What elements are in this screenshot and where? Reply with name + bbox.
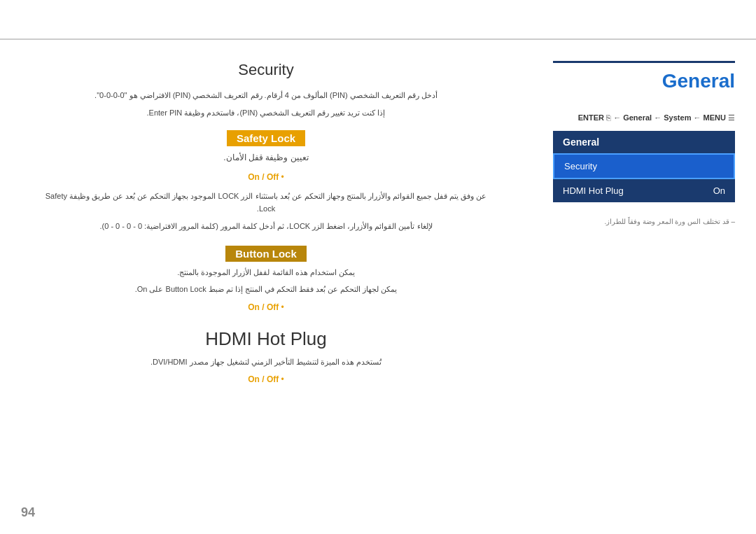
menu-item-hdmi[interactable]: HDMI Hot Plug On [553,179,735,202]
safety-lock-desc1: تعيين وظيفة قفل الأمان. [42,150,490,166]
security-desc1: أدخل رقم التعريف الشخصي (PIN) المألوف من… [42,89,490,102]
safety-lock-bullet: • [281,172,284,182]
hdmi-on-off: On / Off [248,374,279,384]
safety-lock-on-off: On / Off [248,172,279,182]
right-section-title: General [553,70,735,92]
button-lock-on-off-line: • On / Off [42,300,490,316]
safety-lock-on-off-line: • On / Off [42,170,490,185]
left-panel: Security أدخل رقم التعريف الشخصي (PIN) ا… [0,47,532,534]
note-text: – قد تختلف الس ورة المعر وضة وفقاً للطرا… [553,216,735,227]
button-lock-desc2: يمكن لجهاز التحكم عن بُعد فقط التحكم في … [42,283,490,296]
safety-lock-section: Safety Lock تعيين وظيفة قفل الأمان. • On… [42,130,490,232]
safety-lock-desc2: عن وفق يتم قفل جميع القوائم والأزرار بال… [42,190,490,216]
menu-item-security-label: Security [564,161,597,171]
button-lock-bullet: • [281,302,284,312]
hdmi-bullet: • [281,374,284,384]
enter-line: ENTER ⎘ ← General ← System ← MENU ☰ [553,113,735,122]
page-number: 94 [21,505,35,520]
safety-lock-heading: Safety Lock [227,130,305,146]
menu-item-hdmi-label: HDMI Hot Plug [563,185,624,196]
button-lock-section: Button Lock يمكن استخدام هذه القائمة لقف… [42,246,490,316]
hdmi-desc: تُستخدم هذه الميزة لتنشيط التأخير الزمني… [42,356,490,369]
menu-item-security[interactable]: Security [553,153,735,179]
right-panel-inner: General ENTER ⎘ ← General ← System ← MEN… [553,61,735,227]
hdmi-title: HDMI Hot Plug [42,328,490,350]
button-lock-desc1: يمكن استخدام هذه القائمة لقفل الأزرار ال… [42,266,490,279]
hdmi-section: HDMI Hot Plug تُستخدم هذه الميزة لتنشيط … [42,328,490,388]
menu-item-hdmi-value: On [713,185,725,196]
menu-header: General [553,131,735,153]
button-lock-on-off: On / Off [248,302,279,312]
menu-box: General Security HDMI Hot Plug On [553,131,735,202]
section-title-security: Security [42,61,490,79]
button-lock-heading: Button Lock [225,246,307,262]
safety-lock-desc3: لإلغاء تأمين القوائم والأزرار، اضغط الزر… [42,220,490,233]
right-panel: General ENTER ⎘ ← General ← System ← MEN… [532,47,756,534]
security-desc2: إذا كنت تريد تغيير رقم التعريف الشخصي (P… [42,106,490,120]
hdmi-on-off-line: • On / Off [42,372,490,388]
